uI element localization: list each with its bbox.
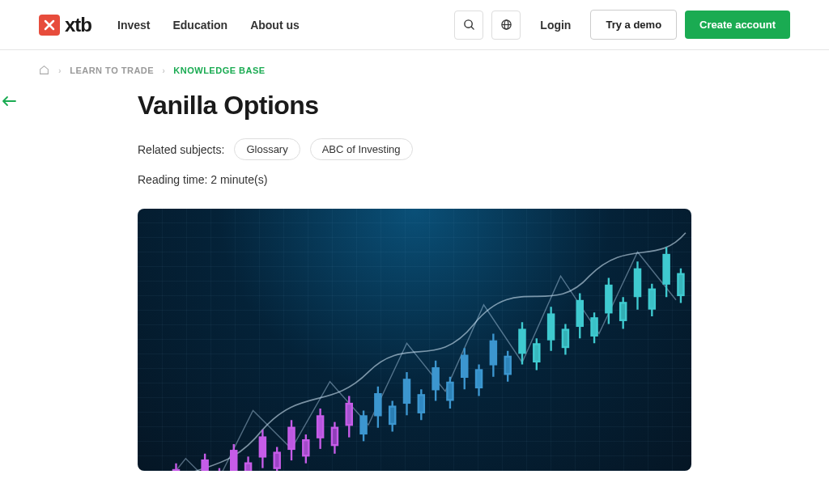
svg-rect-58 [548,315,554,340]
nav-education[interactable]: Education [172,19,227,32]
related-label: Related subjects: [138,143,224,156]
svg-rect-66 [606,286,611,312]
breadcrumb-knowledge-base[interactable]: KNOWLEDGE BASE [173,66,265,75]
related-subjects-row: Related subjects: Glossary ABC of Invest… [138,138,691,160]
logo-icon [39,15,60,36]
svg-rect-72 [649,290,655,309]
svg-rect-40 [419,395,424,412]
svg-rect-48 [476,371,482,388]
svg-rect-54 [519,330,525,354]
svg-rect-56 [534,344,539,361]
chip-glossary[interactable]: Glossary [234,138,300,160]
language-button[interactable] [491,11,521,40]
hero-image [138,209,691,471]
reading-time: Reading time: 2 minute(s) [138,173,691,186]
header-right: Login Try a demo Create account [454,10,790,40]
breadcrumb-sep: › [58,66,62,75]
search-button[interactable] [454,11,483,40]
svg-rect-10 [202,460,208,471]
svg-rect-62 [577,301,583,326]
svg-rect-68 [620,303,626,320]
breadcrumb: › LEARN TO TRADE › KNOWLEDGE BASE [0,50,829,91]
globe-icon [500,19,512,31]
chip-abc-investing[interactable]: ABC of Investing [310,138,413,160]
site-header: xtb Invest Education About us Login Try … [0,0,829,50]
logo[interactable]: xtb [39,14,91,36]
svg-rect-52 [505,357,511,374]
nav-about[interactable]: About us [250,19,300,32]
svg-rect-14 [231,451,236,470]
try-demo-button[interactable]: Try a demo [590,10,677,40]
svg-rect-20 [274,453,280,468]
arrow-left-icon [2,95,16,107]
svg-rect-28 [332,428,338,445]
create-account-button[interactable]: Create account [685,11,790,39]
svg-rect-26 [317,417,323,438]
nav-invest[interactable]: Invest [117,19,150,32]
svg-rect-44 [447,383,453,400]
svg-rect-64 [592,318,597,335]
svg-rect-50 [491,341,496,365]
svg-rect-36 [389,407,395,424]
logo-text: xtb [65,14,91,36]
svg-rect-22 [288,428,294,449]
svg-rect-30 [346,404,352,425]
article-container: Vanilla Options Related subjects: Glossa… [99,91,730,504]
back-button[interactable] [2,95,16,110]
header-left: xtb Invest Education About us [39,14,300,36]
svg-rect-32 [361,417,367,434]
search-icon [463,19,475,31]
svg-rect-46 [461,356,467,377]
svg-rect-18 [260,438,266,457]
svg-rect-60 [563,330,568,347]
login-link[interactable]: Login [529,19,582,32]
svg-rect-24 [303,440,308,455]
svg-rect-38 [404,379,410,403]
svg-rect-74 [664,255,670,284]
svg-rect-70 [635,269,640,296]
svg-rect-16 [245,464,251,471]
home-icon[interactable] [39,65,50,76]
svg-rect-42 [433,368,439,389]
svg-rect-76 [678,274,683,295]
svg-rect-6 [173,470,179,471]
breadcrumb-sep: › [162,66,165,75]
svg-rect-34 [375,394,380,415]
breadcrumb-learn[interactable]: LEARN TO TRADE [70,66,154,75]
page-title: Vanilla Options [138,91,691,121]
main-nav: Invest Education About us [117,19,300,32]
